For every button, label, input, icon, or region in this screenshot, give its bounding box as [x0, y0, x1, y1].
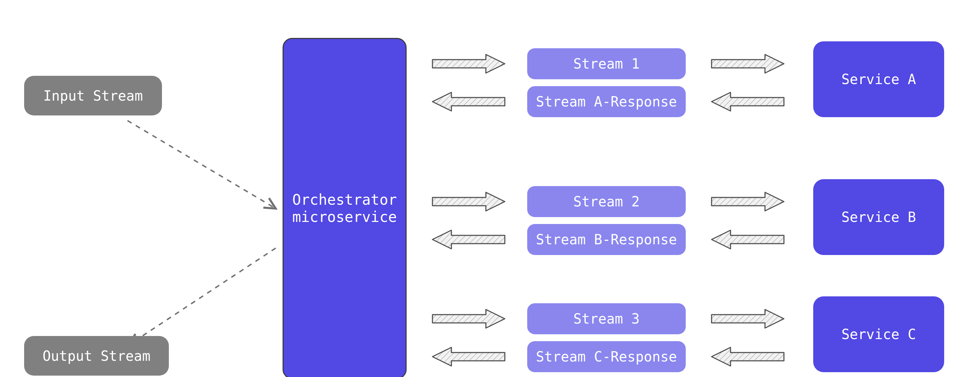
service-b-box: Service B [813, 179, 944, 255]
stream-b-response-box: Stream B-Response [527, 224, 686, 255]
service-c-box: Service C [813, 296, 944, 372]
arrow-left-icon [433, 347, 505, 366]
stream-1-label: Stream 1 [573, 56, 640, 72]
arrow-left-icon [433, 92, 505, 111]
arrow-left-icon [711, 92, 784, 111]
arrow-left-icon [711, 230, 784, 249]
service-c-label: Service C [842, 326, 916, 342]
stream-3-box: Stream 3 [527, 303, 686, 334]
stream-a-response-box: Stream A-Response [527, 86, 686, 117]
arrow-left-icon [711, 347, 784, 366]
input-stream-box: Input Stream [24, 76, 162, 115]
stream-a-response-label: Stream A-Response [536, 93, 677, 110]
stream-2-box: Stream 2 [527, 186, 686, 217]
arrow-right-icon [711, 192, 784, 211]
stream-c-response-box: Stream C-Response [527, 341, 686, 372]
diagram-stage: Input Stream Output Stream Orchestrator … [0, 0, 980, 377]
arrow-right-icon [433, 54, 505, 73]
arrow-right-icon [711, 309, 784, 328]
service-a-box: Service A [813, 41, 944, 117]
service-a-label: Service A [842, 71, 916, 87]
service-b-label: Service B [842, 209, 916, 225]
output-stream-box: Output Stream [24, 336, 169, 375]
svg-line-0 [127, 121, 276, 208]
stream-2-label: Stream 2 [573, 193, 640, 210]
arrow-right-icon [433, 309, 505, 328]
arrow-right-icon [711, 54, 784, 73]
arrow-left-icon [433, 230, 505, 249]
stream-c-response-label: Stream C-Response [536, 348, 677, 365]
svg-line-1 [129, 248, 276, 345]
arrow-right-icon [433, 192, 505, 211]
input-stream-label: Input Stream [43, 87, 143, 104]
stream-3-label: Stream 3 [573, 310, 640, 327]
orchestrator-label: Orchestrator microservice [292, 191, 397, 226]
stream-b-response-label: Stream B-Response [536, 231, 677, 248]
stream-1-box: Stream 1 [527, 48, 686, 79]
output-stream-label: Output Stream [42, 348, 150, 364]
orchestrator-box: Orchestrator microservice [283, 38, 407, 377]
